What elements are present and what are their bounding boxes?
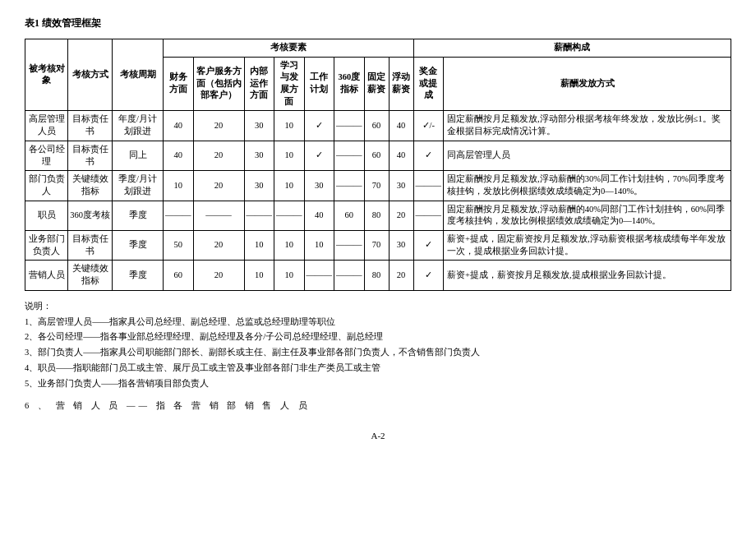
cell-float: 30 [389,171,413,201]
cell-learning: 10 [274,111,305,141]
cell-finance: 40 [164,141,194,170]
cell-period: 同上 [113,141,164,170]
cell-pay-method: 同高层管理人员 [444,141,731,170]
cell-learning: 10 [274,230,305,260]
cell-internal: 30 [244,141,274,170]
cell-method: 360度考核 [68,201,113,230]
cell-subject: 营销人员 [25,261,68,290]
cell-fixed: 60 [364,141,389,170]
cell-customer: 20 [193,141,244,170]
cell-internal: 30 [244,171,274,201]
note-4: 4、职员——指职能部门员工或主管、展厅员工或主管及事业部各部门非生产类员工或主管 [25,361,731,376]
cell-360: 60 [334,201,365,230]
cell-method: 目标责任书 [68,141,113,170]
cell-internal: 30 [244,111,274,141]
cell-pay-method: 薪资+提成，固定薪资按月足额发放,浮动薪资根据考核成绩每半年发放一次，提成根据业… [444,230,731,260]
cell-customer: 20 [193,171,244,201]
col-period: 考核周期 [113,39,164,111]
cell-learning: 10 [274,141,305,170]
cell-period: 季度/月计划跟进 [113,171,164,201]
cell-bonus: ✓ [413,261,444,290]
cell-workplan: ——— [304,261,334,290]
cell-period: 年度/月计划跟进 [113,111,164,141]
header-row-1: 被考核对象 考核方式 考核周期 考核要素 薪酬构成 [25,39,731,58]
cell-fixed: 70 [364,171,389,201]
cell-period: 季度 [113,201,164,230]
cell-method: 关键绩效指标 [68,261,113,290]
table-row: 部门负责人 关键绩效指标 季度/月计划跟进 10 20 30 10 30 ———… [25,171,731,201]
cell-fixed: 70 [364,230,389,260]
cell-subject: 部门负责人 [25,171,68,201]
cell-float: 30 [389,230,413,260]
cell-workplan: 40 [304,201,334,230]
cell-pay-method: 固定薪酬按月足额发放,浮动薪酬的40%同部门工作计划挂钩，60%同季度考核挂钩，… [444,201,731,230]
cell-finance: 50 [164,230,194,260]
cell-pay-method: 固定薪酬按月足额发放,浮动部分根据考核年终发放，发放比例≤1。奖金根据目标完成情… [444,111,731,141]
cell-bonus: ✓ [413,230,444,260]
cell-customer: 20 [193,261,244,290]
group-salary: 薪酬构成 [413,39,731,58]
cell-workplan: 30 [304,171,334,201]
cell-subject: 职员 [25,201,68,230]
cell-customer: ——— [193,201,244,230]
cell-float: 20 [389,261,413,290]
col-bonus: 奖金或提成 [413,57,444,111]
cell-customer: 20 [193,230,244,260]
cell-method: 目标责任书 [68,111,113,141]
cell-finance: 60 [164,261,194,290]
table-row: 高层管理人员 目标责任书 年度/月计划跟进 40 20 30 10 ✓ ——— … [25,111,731,141]
cell-finance: 10 [164,171,194,201]
col-method: 考核方式 [68,39,113,111]
cell-finance: 40 [164,111,194,141]
cell-360: ——— [334,171,365,201]
cell-workplan: ✓ [304,141,334,170]
cell-360: ——— [334,230,365,260]
table-row: 各公司经理 目标责任书 同上 40 20 30 10 ✓ ——— 60 40 ✓… [25,141,731,170]
cell-internal: 10 [244,261,274,290]
cell-360: ——— [334,141,365,170]
col-fixed: 固定薪资 [364,57,389,111]
cell-method: 目标责任书 [68,230,113,260]
col-pay-method-header: 薪酬发放方式 [444,57,731,111]
cell-fixed: 80 [364,261,389,290]
col-float: 浮动薪资 [389,57,413,111]
cell-learning: 10 [274,171,305,201]
cell-fixed: 80 [364,201,389,230]
cell-360: ——— [334,111,365,141]
cell-360: ——— [334,261,365,290]
cell-finance: ——— [164,201,194,230]
cell-customer: 20 [193,111,244,141]
cell-pay-method: 固定薪酬按月足额发放,浮动薪酬的30%同工作计划挂钩，70%同季度考核挂钩，发放… [444,171,731,201]
cell-pay-method: 薪资+提成，薪资按月足额发放,提成根据业务回款计提。 [444,261,731,290]
note-2: 2、各公司经理——指各事业部总经理经理、副总经理及各分/子公司总经理经理、副总经… [25,330,731,345]
col-workplan: 工作计划 [304,57,334,111]
cell-period: 季度 [113,261,164,290]
table-row: 业务部门负责人 目标责任书 季度 50 20 10 10 10 ——— 70 3… [25,230,731,260]
note-3: 3、部门负责人——指家具公司职能部门部长、副部长或主任、副主任及事业部各部门负责… [25,345,731,361]
cell-bonus: ——— [413,171,444,201]
page-number: A-2 [25,431,731,440]
notes-section: 说明： 1、高层管理人员——指家具公司总经理、副总经理、总监或总经理助理等职位 … [25,299,731,414]
col-customer: 客户服务方面（包括内部客户） [193,57,244,111]
notes-title: 说明： [25,299,731,315]
cell-internal: 10 [244,230,274,260]
cell-bonus: ✓ [413,141,444,170]
cell-workplan: ✓ [304,111,334,141]
cell-float: 40 [389,141,413,170]
table-row: 营销人员 关键绩效指标 季度 60 20 10 10 ——— ——— 80 20… [25,261,731,290]
col-finance: 财务方面 [164,57,194,111]
cell-fixed: 60 [364,111,389,141]
col-learning: 学习与发展方面 [274,57,305,111]
cell-learning: 10 [274,261,305,290]
col-360: 360度指标 [334,57,365,111]
cell-learning: ——— [274,201,305,230]
page-title: 表1 绩效管理框架 [25,16,731,30]
cell-float: 40 [389,111,413,141]
cell-bonus: ——— [413,201,444,230]
cell-period: 季度 [113,230,164,260]
col-subject: 被考核对象 [25,39,68,111]
cell-method: 关键绩效指标 [68,171,113,201]
cell-internal: ——— [244,201,274,230]
note-5: 5、业务部门负责人——指各营销项目部负责人 [25,376,731,392]
cell-subject: 业务部门负责人 [25,230,68,260]
